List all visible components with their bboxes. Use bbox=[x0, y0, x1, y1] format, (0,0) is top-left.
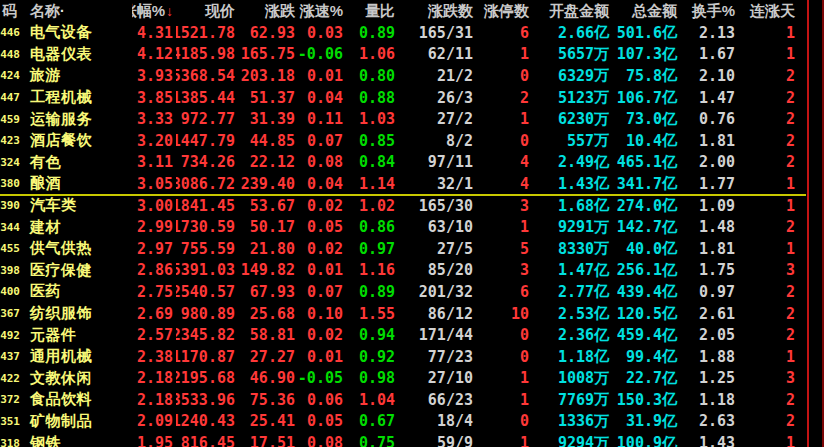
table-row[interactable]: 437通用机械2.381170.8727.270.010.9277/2301.1… bbox=[0, 346, 798, 368]
cell-open-amt: 6230万 bbox=[532, 108, 612, 130]
table-row[interactable]: 372食品饮料2.183533.9675.360.061.0466/231776… bbox=[0, 389, 798, 411]
column-header-chg[interactable]: 涨跌 bbox=[238, 0, 298, 22]
cell-updown: 171/44 bbox=[398, 324, 476, 346]
table-row[interactable]: 351矿物制品2.091240.4325.410.050.6718/401336… bbox=[0, 411, 798, 433]
cell-speed: 0.04 bbox=[298, 173, 346, 195]
cell-pct: 4.31 bbox=[132, 22, 176, 44]
table-row[interactable]: 423酒店餐饮3.201447.7944.850.070.858/20557万1… bbox=[0, 130, 798, 152]
cell-updown: 62/11 bbox=[398, 44, 476, 66]
cell-pct: 2.38 bbox=[132, 346, 176, 368]
cell-price: 1240.43 bbox=[176, 411, 238, 433]
table-row[interactable]: 448电器仪表4.124185.98165.75-0.061.0662/1115… bbox=[0, 44, 798, 66]
table-row[interactable]: 447工程机械3.851385.4451.370.040.8826/325123… bbox=[0, 87, 798, 109]
table-row[interactable]: 424旅游3.935368.54203.180.010.8021/206329万… bbox=[0, 65, 798, 87]
cell-open-amt: 1.43亿 bbox=[532, 173, 612, 195]
cell-total-amt: 10.4亿 bbox=[612, 130, 680, 152]
cell-volratio: 0.85 bbox=[346, 130, 398, 152]
table-row[interactable]: 367纺织服饰2.69980.8925.680.101.5586/12102.5… bbox=[0, 303, 798, 325]
cell-turnover: 1.18 bbox=[680, 389, 738, 411]
table-row[interactable]: 390汽车类3.001841.4553.670.021.02165/3031.6… bbox=[0, 195, 798, 217]
cell-total-amt: 22.7亿 bbox=[612, 368, 680, 390]
table-row[interactable]: 455供气供热2.97755.5921.800.020.9727/558330万… bbox=[0, 238, 798, 260]
column-header-limitup[interactable]: 涨停数 bbox=[476, 0, 532, 22]
column-header-limitup-label: 涨停数 bbox=[484, 2, 529, 21]
column-header-price[interactable]: 现价 bbox=[176, 0, 238, 22]
cell-volratio: 1.02 bbox=[346, 195, 398, 217]
cell-open-amt: 9294万 bbox=[532, 432, 612, 447]
column-header-name[interactable]: 名称 · bbox=[20, 0, 132, 22]
cell-name: 酒店餐饮 bbox=[20, 130, 132, 152]
column-header-code[interactable]: 码 bbox=[0, 0, 20, 22]
cell-limitup: 6 bbox=[476, 22, 532, 44]
cell-open-amt: 2.77亿 bbox=[532, 281, 612, 303]
cell-updays: 3 bbox=[738, 368, 798, 390]
cell-chg: 75.36 bbox=[238, 389, 298, 411]
cell-limitup: 0 bbox=[476, 130, 532, 152]
cell-speed: 0.07 bbox=[298, 130, 346, 152]
cell-pct: 2.18 bbox=[132, 368, 176, 390]
cell-price: 3533.96 bbox=[176, 389, 238, 411]
cell-turnover: 2.00 bbox=[680, 152, 738, 174]
cell-name: 食品饮料 bbox=[20, 389, 132, 411]
cell-name: 纺织服饰 bbox=[20, 303, 132, 325]
cell-limitup: 1 bbox=[476, 44, 532, 66]
quote-table-screen: 码 名称 · 涨幅% ↓ 现价 涨跌 涨速% 量比 涨跌数 涨停数 开盘金额 总… bbox=[0, 0, 824, 447]
table-row[interactable]: 318钢铁1.95816.4517.510.080.7559/919294万10… bbox=[0, 432, 798, 447]
cell-limitup: 10 bbox=[476, 303, 532, 325]
cell-code: 446 bbox=[0, 22, 20, 44]
cell-code: 492 bbox=[0, 324, 20, 346]
cell-turnover: 1.67 bbox=[680, 44, 738, 66]
cell-total-amt: 120.5亿 bbox=[612, 303, 680, 325]
cell-updays: 1 bbox=[738, 22, 798, 44]
cell-volratio: 0.67 bbox=[346, 411, 398, 433]
table-row[interactable]: 380酿酒3.058086.72239.400.041.1432/141.43亿… bbox=[0, 173, 798, 195]
column-header-turnover[interactable]: 换手% bbox=[680, 0, 738, 22]
vertical-scrollbar[interactable] bbox=[800, 0, 824, 447]
cell-price: 755.59 bbox=[176, 238, 238, 260]
cell-limitup: 2 bbox=[476, 87, 532, 109]
table-row[interactable]: 422文教休闲2.182195.6846.90-0.050.9827/10110… bbox=[0, 368, 798, 390]
cell-updown: 97/11 bbox=[398, 152, 476, 174]
table-row[interactable]: 344建材2.991730.5950.170.050.8663/1019291万… bbox=[0, 216, 798, 238]
column-header-pct[interactable]: 涨幅% ↓ bbox=[132, 0, 176, 22]
cell-updays: 1 bbox=[738, 195, 798, 217]
cell-updown: 27/2 bbox=[398, 108, 476, 130]
cell-speed: -0.05 bbox=[298, 368, 346, 390]
column-header-volratio[interactable]: 量比 bbox=[346, 0, 398, 22]
cell-chg: 53.67 bbox=[238, 195, 298, 217]
column-header-updays[interactable]: 连涨天 bbox=[738, 0, 798, 22]
table-row[interactable]: 324有色3.11734.2622.120.080.8497/1142.49亿4… bbox=[0, 152, 798, 174]
column-header-updown[interactable]: 涨跌数 bbox=[398, 0, 476, 22]
column-header-total-amt[interactable]: 总金额 bbox=[612, 0, 680, 22]
cell-updown: 85/20 bbox=[398, 260, 476, 282]
table-row[interactable]: 459运输服务3.33972.7731.390.111.0327/216230万… bbox=[0, 108, 798, 130]
cell-price: 5368.54 bbox=[176, 65, 238, 87]
table-row[interactable]: 446电气设备4.311521.7862.930.030.89165/3162.… bbox=[0, 22, 798, 44]
cell-pct: 2.18 bbox=[132, 389, 176, 411]
column-header-speed[interactable]: 涨速% bbox=[298, 0, 346, 22]
cell-volratio: 0.97 bbox=[346, 238, 398, 260]
cell-updown: 63/10 bbox=[398, 216, 476, 238]
cell-limitup: 3 bbox=[476, 195, 532, 217]
cell-updays: 2 bbox=[738, 303, 798, 325]
table-row[interactable]: 398医疗保健2.865391.03149.820.011.1685/2031.… bbox=[0, 260, 798, 282]
cell-price: 1447.79 bbox=[176, 130, 238, 152]
cell-speed: 0.02 bbox=[298, 324, 346, 346]
column-marker-dot: · bbox=[60, 3, 65, 19]
table-row[interactable]: 492元器件2.572345.8258.810.020.94171/4402.3… bbox=[0, 324, 798, 346]
column-header-open-amt[interactable]: 开盘金额 bbox=[532, 0, 612, 22]
cell-open-amt: 8330万 bbox=[532, 238, 612, 260]
cell-open-amt: 557万 bbox=[532, 130, 612, 152]
cell-turnover: 1.88 bbox=[680, 346, 738, 368]
cell-pct: 3.93 bbox=[132, 65, 176, 87]
cell-open-amt: 2.49亿 bbox=[532, 152, 612, 174]
cell-pct: 3.85 bbox=[132, 87, 176, 109]
sort-desc-arrow-icon: ↓ bbox=[166, 3, 173, 19]
cell-price: 1170.87 bbox=[176, 346, 238, 368]
cell-updown: 21/2 bbox=[398, 65, 476, 87]
column-header-updown-label: 涨跌数 bbox=[428, 2, 473, 21]
table-body: 446电气设备4.311521.7862.930.030.89165/3162.… bbox=[0, 22, 824, 447]
cell-code: 367 bbox=[0, 303, 20, 325]
table-row[interactable]: 400医药2.752540.5767.930.070.89201/3262.77… bbox=[0, 281, 798, 303]
cell-price: 8086.72 bbox=[176, 173, 238, 195]
